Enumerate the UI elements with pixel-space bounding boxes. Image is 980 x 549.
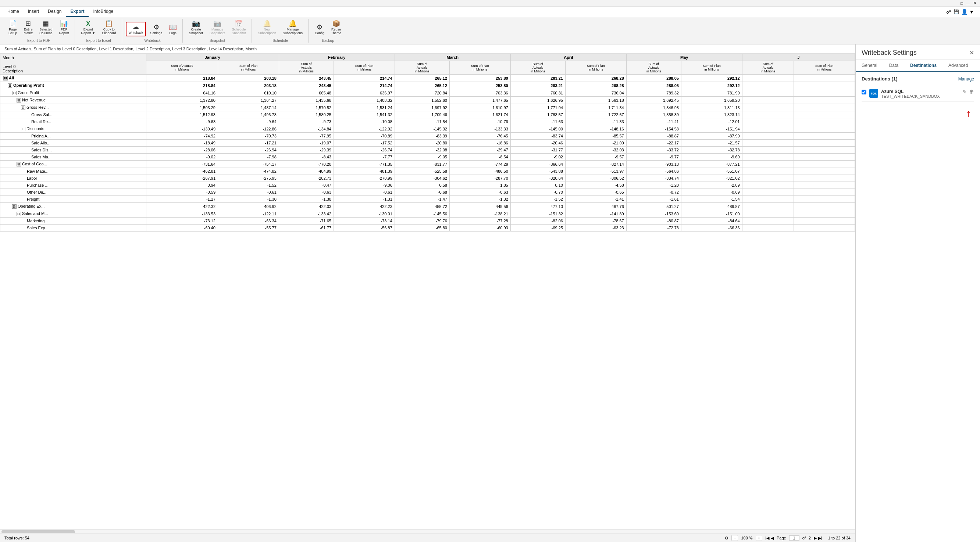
btn-writeback[interactable]: ☁ Writeback (126, 22, 146, 36)
data-cell (794, 118, 855, 125)
expand-icon[interactable]: ⊟ (16, 212, 21, 216)
data-cell: 720.84 (395, 89, 449, 97)
restore-icon[interactable]: □ (961, 1, 963, 5)
page-input[interactable] (789, 535, 799, 541)
destination-checkbox[interactable] (862, 90, 866, 94)
tab-destinations[interactable]: Destinations (904, 60, 942, 71)
btn-config-label: Config (315, 31, 325, 35)
tab-infobridge[interactable]: InfoBridge (89, 6, 118, 17)
delete-destination-btn[interactable]: 🗑 (969, 89, 974, 95)
data-cell: -8.54 (449, 154, 511, 160)
tab-design[interactable]: Design (43, 6, 66, 17)
data-cell: 243.45 (279, 75, 334, 82)
tab-general[interactable]: General (856, 60, 883, 71)
expand-icon[interactable]: ⊟ (16, 98, 21, 103)
row-label: Sales Exp... (0, 225, 146, 232)
btn-create-snapshot[interactable]: 📷 CreateSnapshot (186, 19, 205, 36)
btn-entire-matrix[interactable]: ⊞ EntireMatrix (21, 19, 36, 36)
btn-logs[interactable]: 📖 Logs (166, 22, 180, 36)
tab-insert[interactable]: Insert (24, 6, 43, 17)
btn-reuse-theme[interactable]: 📦 ReuseTheme (328, 19, 344, 36)
btn-writeback-label: Writeback (129, 31, 143, 35)
settings-gear-icon[interactable]: ⚙ (725, 536, 729, 541)
tab-advanced[interactable]: Advanced (942, 60, 974, 71)
btn-selected-columns[interactable]: ▦ SelectedColumns (37, 19, 55, 36)
header-row-1: MonthLevel 0Description January February… (0, 54, 855, 61)
data-cell: -66.34 (218, 217, 279, 225)
btn-new-subscription-label: NewSubscription (258, 27, 277, 35)
data-cell: -1.27 (146, 196, 218, 203)
expand-icon[interactable]: ⊟ (21, 127, 25, 131)
btn-copy-clipboard[interactable]: 📋 Copy toClipboard (99, 19, 119, 36)
last-page-btn[interactable]: ▶| (818, 536, 822, 541)
expand-icon[interactable]: ⊟ (12, 204, 16, 209)
data-cell: -70.89 (334, 133, 395, 140)
table-row: Marketing...-73.12-66.34-71.65-73.14-79.… (0, 217, 855, 225)
row-label: ⊟Gross Rev... (0, 104, 146, 111)
btn-reuse-theme-label: ReuseTheme (331, 27, 341, 35)
table-row: ⊟Cost of Goo...-731.64-754.17-770.20-771… (0, 160, 855, 168)
btn-export-report[interactable]: X ExportReport ▼ (79, 19, 98, 36)
data-cell: 253.80 (449, 75, 511, 82)
data-cell: -0.72 (626, 189, 681, 196)
data-cell (742, 196, 794, 203)
data-cell: 636.97 (334, 89, 395, 97)
btn-manage-subscriptions[interactable]: 🔔 ManageSubscriptions (280, 19, 305, 36)
data-cell: -122.11 (218, 210, 279, 217)
data-cell: -145.32 (395, 125, 449, 133)
data-cell (794, 75, 855, 82)
expand-icon[interactable]: ⊟ (21, 105, 25, 110)
quickaccess-icon1[interactable]: ☍ (946, 9, 951, 15)
expand-icon[interactable]: ⊟ (12, 91, 16, 95)
minimize-icon[interactable]: — (966, 1, 970, 5)
data-cell: -21.00 (565, 140, 626, 147)
zoom-plus-btn[interactable]: + (756, 535, 762, 541)
horizontal-scrollbar[interactable] (0, 529, 855, 533)
data-cell: 610.10 (218, 89, 279, 97)
panel-close-btn[interactable]: ✕ (969, 49, 974, 56)
scroll-thumb[interactable] (2, 530, 75, 533)
data-cell: 1,697.92 (395, 104, 449, 111)
data-cell: 1,621.74 (449, 111, 511, 118)
data-cell: -320.64 (511, 175, 565, 182)
tab-export[interactable]: Export (66, 6, 89, 17)
data-cell: -1.38 (279, 196, 334, 203)
row-label: Sales Dis... (0, 147, 146, 154)
data-cell: 1,783.57 (511, 111, 565, 118)
data-cell: -486.50 (449, 168, 511, 175)
data-cell: -22.17 (626, 140, 681, 147)
data-cell: 0.94 (146, 182, 218, 189)
expand-icon[interactable]: ⊟ (3, 76, 8, 81)
save-icon[interactable]: 💾 (953, 9, 959, 14)
tab-data[interactable]: Data (883, 60, 904, 71)
next-page-btn[interactable]: ▶ (814, 536, 817, 541)
data-cell: -12.01 (681, 118, 742, 125)
manage-btn[interactable]: Manage (958, 76, 974, 82)
first-page-btn[interactable]: |◀ (765, 536, 769, 541)
btn-copy-clipboard-label: Copy toClipboard (102, 27, 116, 35)
pagination: |◀ ◀ Page of 2 ▶ ▶| (765, 535, 822, 541)
table-row: ⊟Sales and M...-133.53-122.11-133.42-130… (0, 210, 855, 217)
data-cell (742, 89, 794, 97)
table-container[interactable]: MonthLevel 0Description January February… (0, 54, 855, 529)
jun-plan-header: Sum of Planin Millions (794, 61, 855, 75)
tab-home[interactable]: Home (3, 6, 24, 17)
btn-settings[interactable]: ⚙ Settings (148, 22, 165, 36)
btn-config[interactable]: ⚙ Config (312, 22, 327, 36)
account-icon[interactable]: 👤 ▼ (961, 9, 974, 15)
btn-page-setup[interactable]: 📄 PageSetup (6, 19, 20, 36)
btn-pdf-report[interactable]: 📊 PDFReport (57, 19, 72, 36)
close-icon[interactable]: ✕ (973, 1, 976, 5)
data-cell: -0.61 (218, 189, 279, 196)
expand-icon[interactable]: ⊟ (8, 83, 12, 88)
zoom-minus-btn[interactable]: − (732, 535, 738, 541)
edit-destination-btn[interactable]: ✎ (963, 89, 967, 95)
group-export-pdf-inner: 📄 PageSetup ⊞ EntireMatrix ▦ SelectedCol… (6, 19, 72, 36)
data-cell: -76.45 (449, 133, 511, 140)
group-snapshot-label: Snapshot (210, 38, 225, 43)
row-label: Marketing... (0, 217, 146, 225)
data-cell: -4.58 (565, 182, 626, 189)
expand-icon[interactable]: ⊟ (16, 162, 21, 167)
june-header: J (742, 54, 854, 61)
prev-page-btn[interactable]: ◀ (771, 536, 774, 541)
